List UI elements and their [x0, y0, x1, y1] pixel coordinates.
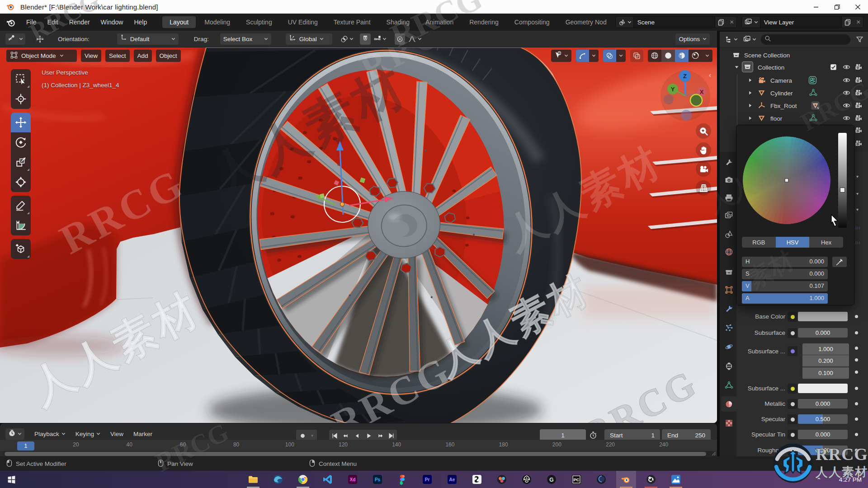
value-slider[interactable]: 0.500: [798, 414, 848, 424]
eye-toggle[interactable]: [843, 76, 850, 85]
maximize-button[interactable]: [826, 0, 847, 14]
decorator-dot[interactable]: [855, 371, 858, 374]
transform-orientation-dropdown[interactable]: Global: [286, 33, 332, 45]
shading-material-button[interactable]: [675, 50, 689, 62]
drag-dropdown[interactable]: Select Box: [220, 33, 271, 45]
properties-tab-scene[interactable]: [721, 226, 736, 242]
value-slider[interactable]: 0.000: [798, 399, 848, 408]
corner-resize-grip[interactable]: [711, 450, 716, 456]
sidebar-collapse-arrow[interactable]: ‹: [709, 71, 711, 79]
properties-tab-collection[interactable]: [721, 264, 736, 280]
minimize-button[interactable]: [806, 0, 826, 14]
workspace-tab-animation[interactable]: Animation: [418, 16, 461, 28]
decorator-dot[interactable]: [855, 358, 858, 361]
show-overlays-icon[interactable]: [603, 50, 616, 62]
color-wheel-cursor[interactable]: [785, 178, 788, 182]
color-mode-hex[interactable]: Hex: [809, 237, 843, 248]
show-gizmo-icon[interactable]: [576, 50, 589, 62]
tray-expand-chevron[interactable]: ⌃: [816, 477, 821, 483]
outliner-item-label[interactable]: Collection: [758, 64, 784, 71]
timeline-menu-keying[interactable]: Keying: [71, 431, 105, 437]
expand-arrow-icon[interactable]: [748, 103, 753, 109]
new-scene-button[interactable]: [715, 19, 727, 26]
outliner-search-input[interactable]: [761, 34, 850, 45]
outliner-item-label[interactable]: Scene Collection: [744, 52, 790, 59]
viewport-menu-object[interactable]: Object: [156, 50, 181, 62]
tool-annotate-button[interactable]: [11, 196, 31, 216]
outliner-item-label[interactable]: Fbx_Root: [770, 103, 797, 109]
workspace-tab-geometry-nod[interactable]: Geometry Nod: [558, 16, 614, 28]
expand-arrow-icon[interactable]: [748, 90, 753, 97]
timeline-menu-marker[interactable]: Marker: [129, 431, 157, 437]
blender-menu-logo-icon[interactable]: [5, 18, 16, 27]
workspace-tab-uv-editing[interactable]: UV Editing: [281, 16, 325, 28]
timeline-menu-view[interactable]: View: [106, 431, 128, 437]
value-slider[interactable]: 0.000: [798, 430, 848, 439]
taskbar-app-xd[interactable]: Xd: [343, 471, 363, 488]
properties-tab-output[interactable]: [721, 190, 736, 205]
viewport-menu-add[interactable]: Add: [134, 50, 152, 62]
properties-tab-render[interactable]: [721, 172, 736, 188]
decorator-dot[interactable]: [855, 433, 858, 436]
snap-toggle[interactable]: [360, 33, 371, 45]
workspace-tab-compositing[interactable]: Compositing: [507, 16, 557, 28]
orientation-dropdown[interactable]: Default: [117, 33, 179, 45]
scene-name[interactable]: Scene: [633, 17, 715, 28]
color-swatch[interactable]: [798, 384, 848, 393]
expand-arrow-icon[interactable]: [748, 115, 753, 122]
shading-wireframe-button[interactable]: [648, 50, 661, 62]
proportional-falloff-dropdown[interactable]: [406, 33, 424, 45]
subsurface-radius-field-1[interactable]: 0.200: [802, 355, 849, 366]
outliner-item-label[interactable]: Cylinder: [770, 90, 793, 97]
remove-view-layer-button[interactable]: ✕: [854, 19, 863, 25]
tool-scale-button[interactable]: [11, 152, 31, 172]
value-slider-handle[interactable]: [840, 188, 845, 192]
menu-edit[interactable]: Edit: [42, 17, 64, 28]
workspace-tab-rendering[interactable]: Rendering: [462, 16, 506, 28]
workspace-tab-shading[interactable]: Shading: [379, 16, 417, 28]
eye-toggle[interactable]: [843, 102, 850, 111]
properties-tab-constraints[interactable]: [721, 358, 736, 374]
decorator-dot[interactable]: [855, 418, 858, 421]
camera-toggle[interactable]: [854, 140, 862, 149]
value-slider[interactable]: 0.500: [798, 446, 848, 455]
tool-measure-button[interactable]: [11, 216, 31, 235]
timeline-editor-type-button[interactable]: [5, 428, 24, 440]
pan-view-button[interactable]: [696, 142, 711, 158]
chevron-down-icon[interactable]: ▾: [856, 207, 859, 212]
workspace-tab-texture-paint[interactable]: Texture Paint: [326, 16, 378, 28]
taskbar-app-zbrush[interactable]: [467, 471, 487, 488]
hsva-slider-s[interactable]: S0.000: [742, 269, 828, 279]
windows-start-button[interactable]: [1, 471, 21, 488]
taskbar-app-c4d[interactable]: [591, 471, 611, 488]
camera-toggle[interactable]: [854, 102, 862, 111]
decorator-dot[interactable]: [855, 315, 858, 318]
properties-tab-object[interactable]: [721, 282, 736, 297]
decorator-dot[interactable]: [855, 347, 858, 350]
camera-toggle[interactable]: [854, 114, 862, 123]
outliner-row-cylinder[interactable]: Cylinder: [720, 87, 868, 99]
menu-file[interactable]: File: [21, 17, 42, 28]
perspective-toggle-button[interactable]: [696, 180, 711, 196]
taskbar-app-blender[interactable]: [616, 471, 636, 488]
shading-dropdown-chevron[interactable]: [702, 53, 712, 58]
workspace-tab-sculpting[interactable]: Sculpting: [239, 16, 279, 28]
camera-toggle[interactable]: [854, 127, 862, 136]
timeline-scrollbar[interactable]: [0, 451, 717, 456]
timeline-ruler[interactable]: 204060801001201401601802002202401: [0, 440, 717, 451]
viewport-3d[interactable]: 人人素材RRCG人人素材RRCG人人素材RRCGRRCG人人素材 Object …: [0, 47, 717, 423]
decorator-dot[interactable]: [855, 449, 858, 452]
view-layer-selector[interactable]: View Layer ✕: [741, 16, 863, 28]
hsva-slider-h[interactable]: H0.000: [742, 257, 828, 267]
tool-select-box-button[interactable]: [11, 69, 31, 89]
eyedropper-button[interactable]: [832, 257, 847, 267]
outliner-item-label[interactable]: floor: [770, 115, 782, 122]
viewport-menu-view[interactable]: View: [81, 50, 101, 62]
outliner-filter-button[interactable]: [854, 34, 865, 45]
outliner-row-floor[interactable]: floor: [720, 112, 868, 125]
properties-tab-world[interactable]: [721, 244, 736, 259]
menu-window[interactable]: Window: [95, 17, 129, 28]
hsva-slider-v[interactable]: V0.107: [742, 281, 828, 291]
gizmos-dropdown[interactable]: [576, 50, 599, 62]
tool-add-cube-button[interactable]: [11, 239, 31, 259]
